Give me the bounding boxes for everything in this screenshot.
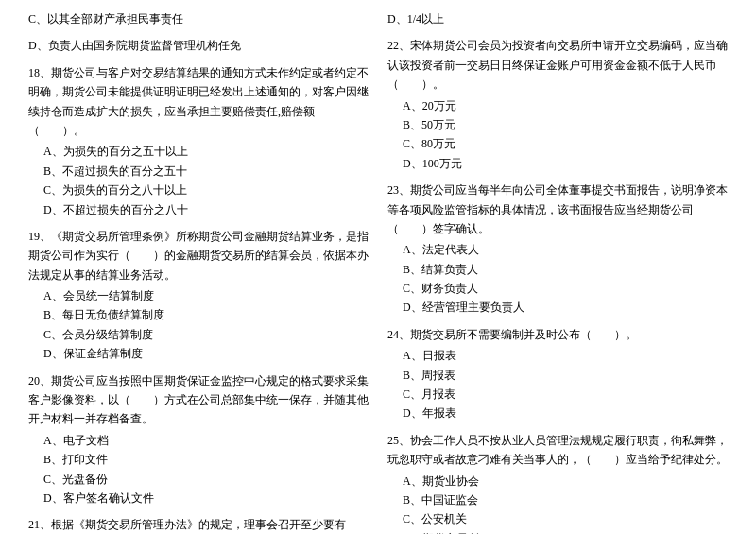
option-text: D、经营管理主要负责人 <box>387 298 728 317</box>
right-column: D、1/4以上22、宋体期货公司会员为投资者向交易所申请开立交易编码，应当确认该… <box>387 9 728 534</box>
option-text: A、为损失的百分之五十以上 <box>28 142 369 161</box>
option-text: B、50万元 <box>387 115 728 134</box>
option-text: B、不超过损失的百分之五十 <box>28 162 369 181</box>
question-text: 18、期货公司与客户对交易结算结果的通知方式未作约定或者约定不明确，期货公司未能… <box>28 63 369 141</box>
option-text: C、光盘备份 <box>28 470 369 489</box>
left-column: C、以其全部财产承担民事责任D、负责人由国务院期货监督管理机构任免18、期货公司… <box>28 9 369 534</box>
question-text: 21、根据《期货交易所管理办法》的规定，理事会召开至少要有（ ）理事出席。 <box>28 515 369 534</box>
question-block: C、以其全部财产承担民事责任 <box>28 9 369 28</box>
option-text: C、月报表 <box>387 385 728 404</box>
question-block: 20、期货公司应当按照中国期货保证金监控中心规定的格式要求采集客户影像资料，以（… <box>28 371 369 508</box>
question-block: 24、期货交易所不需要编制并及时公布（ ）。A、日报表B、周报表C、月报表D、年… <box>387 325 728 423</box>
option-text: D、年报表 <box>387 404 728 422</box>
option-text: A、会员统一结算制度 <box>28 286 369 305</box>
question-block: D、1/4以上 <box>387 9 728 28</box>
option-text: B、每日无负债结算制度 <box>28 305 369 324</box>
option-text: B、周报表 <box>387 366 728 385</box>
question-block: 22、宋体期货公司会员为投资者向交易所申请开立交易编码，应当确认该投资者前一交易… <box>387 36 728 173</box>
option-text: C、财务负责人 <box>387 279 728 298</box>
question-text: D、负责人由国务院期货监督管理机构任免 <box>28 36 369 55</box>
question-text: 25、协会工作人员不按从业人员管理法规规定履行职责，徇私舞弊，玩忽职守或者故意刁… <box>387 431 728 470</box>
option-text: C、会员分级结算制度 <box>28 325 369 344</box>
question-text: 23、期货公司应当每半年向公司全体董事提交书面报告，说明净资本等各项风险监管指标… <box>387 181 728 238</box>
option-text: A、电子文档 <box>28 431 369 450</box>
option-text: D、期货交易所 <box>387 529 728 534</box>
option-text: D、保证金结算制度 <box>28 344 369 363</box>
question-text: 20、期货公司应当按照中国期货保证金监控中心规定的格式要求采集客户影像资料，以（… <box>28 371 369 429</box>
question-block: 21、根据《期货交易所管理办法》的规定，理事会召开至少要有（ ）理事出席。A、2… <box>28 515 369 534</box>
question-block: 18、期货公司与客户对交易结算结果的通知方式未作约定或者约定不明确，期货公司未能… <box>28 63 369 219</box>
option-text: A、日报表 <box>387 346 728 365</box>
question-block: 19、《期货交易所管理条例》所称期货公司金融期货结算业务，是指期货公司作为实行（… <box>28 227 369 364</box>
option-text: B、中国证监会 <box>387 491 728 509</box>
option-text: A、20万元 <box>387 96 728 115</box>
option-text: C、80万元 <box>387 134 728 153</box>
question-block: 25、协会工作人员不按从业人员管理法规规定履行职责，徇私舞弊，玩忽职守或者故意刁… <box>387 431 728 534</box>
question-text: C、以其全部财产承担民事责任 <box>28 9 369 28</box>
option-text: D、不超过损失的百分之八十 <box>28 200 369 219</box>
option-text: D、客户签名确认文件 <box>28 489 369 508</box>
question-text: 22、宋体期货公司会员为投资者向交易所申请开立交易编码，应当确认该投资者前一交易… <box>387 36 728 94</box>
option-text: A、期货业协会 <box>387 472 728 491</box>
option-text: B、打印文件 <box>28 450 369 469</box>
question-text: 19、《期货交易所管理条例》所称期货公司金融期货结算业务，是指期货公司作为实行（… <box>28 227 369 284</box>
option-text: B、结算负责人 <box>387 260 728 279</box>
option-text: C、公安机关 <box>387 509 728 528</box>
question-text: 24、期货交易所不需要编制并及时公布（ ）。 <box>387 325 728 344</box>
question-block: 23、期货公司应当每半年向公司全体董事提交书面报告，说明净资本等各项风险监管指标… <box>387 181 728 318</box>
option-text: A、法定代表人 <box>387 240 728 259</box>
question-block: D、负责人由国务院期货监督管理机构任免 <box>28 36 369 55</box>
option-text: D、100万元 <box>387 154 728 173</box>
option-text: C、为损失的百分之八十以上 <box>28 181 369 199</box>
question-text: D、1/4以上 <box>387 9 728 28</box>
